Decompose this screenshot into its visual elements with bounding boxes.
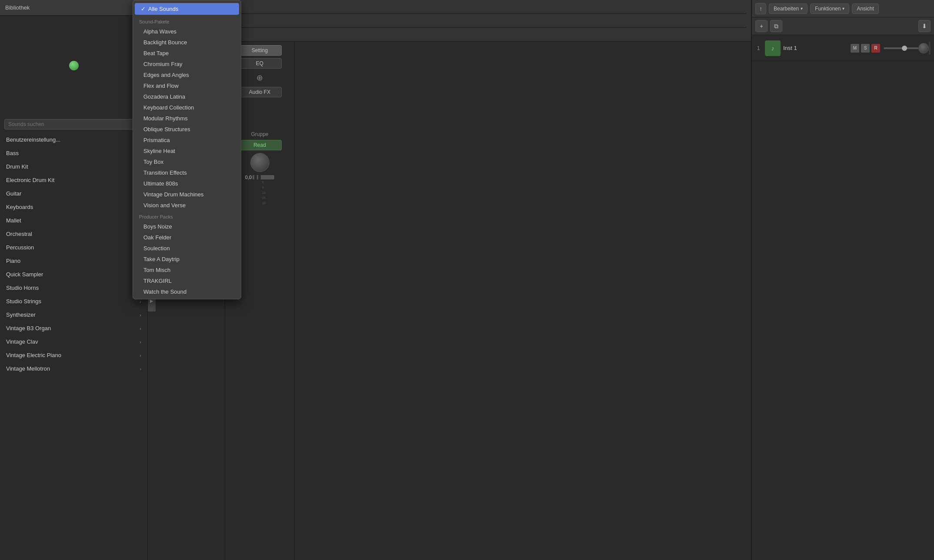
volume-slider[interactable] <box>884 47 918 49</box>
dropdown-item-modular-rhythms[interactable]: Modular Rhythms <box>133 113 241 124</box>
setting-button-2[interactable]: Setting <box>238 45 282 56</box>
channel-strip: Setting EQ MIDI FX Instrument Audio FX S… <box>156 42 751 560</box>
svg-rect-8 <box>254 174 257 209</box>
mute-button[interactable]: M <box>851 44 859 53</box>
dropdown-item-backlight-bounce[interactable]: Backlight Bounce <box>133 37 241 48</box>
dropdown-item-oblique-structures[interactable]: Oblique Structures <box>133 124 241 135</box>
table-row: 1 ♪ Inst 1 M S R <box>752 35 934 61</box>
funktionen-button[interactable]: Funktionen ▾ <box>810 3 849 14</box>
read-button-2[interactable]: Read <box>238 140 282 150</box>
dropdown-item-beat-tape[interactable]: Beat Tape <box>133 48 241 59</box>
track-instrument-icon: ♪ <box>765 40 781 56</box>
track-controls: M S R <box>851 44 880 53</box>
meter-svg-2: 3 6 9 12 15 18 <box>253 174 266 209</box>
dropdown-item-transition-effects[interactable]: Transition Effects <box>133 167 241 178</box>
right-panel: ↑ Bearbeiten ▾ Funktionen ▾ Ansicht + ⧉ … <box>751 0 934 560</box>
dropdown-item-boys-noize[interactable]: Boys Noize <box>133 221 241 232</box>
right-toolbar: ↑ Bearbeiten ▾ Funktionen ▾ Ansicht <box>752 0 934 17</box>
svg-text:15: 15 <box>262 196 266 199</box>
dropdown-item-skyline-heat[interactable]: Skyline Heat <box>133 146 241 156</box>
svg-text:3: 3 <box>262 176 264 179</box>
bearbeiten-label: Bearbeiten <box>774 6 799 12</box>
svg-text:12: 12 <box>262 191 266 194</box>
dropdown-section-producer-packs: Producer Packs <box>133 211 241 221</box>
dropdown-item-prismatica[interactable]: Prismatica <box>133 135 241 146</box>
dropdown-item-oak-felder[interactable]: Oak Felder <box>133 232 241 243</box>
chevron-down-icon: ▾ <box>801 6 803 11</box>
svg-text:9: 9 <box>262 186 264 189</box>
back-button[interactable]: ↑ <box>755 3 766 14</box>
dropdown-menu: ✓ Alle Sounds Sound-Pakete Alpha Waves B… <box>133 0 241 299</box>
dropdown-item-watch-the-sound[interactable]: Watch the Sound <box>133 286 241 297</box>
dropdown-overlay: ✓ Alle Sounds Sound-Pakete Alpha Waves B… <box>0 0 148 560</box>
add-track-button[interactable]: + <box>755 20 768 32</box>
dropdown-item-gozadera-latina[interactable]: Gozadera Latina <box>133 91 241 102</box>
dropdown-item-keyboard-collection[interactable]: Keyboard Collection <box>133 102 241 113</box>
dropdown-item-flex-and-flow[interactable]: Flex and Flow <box>133 80 241 91</box>
dynamic-help-row[interactable]: › Dynamische Hilfe <box>152 0 747 14</box>
bearbeiten-button[interactable]: Bearbeiten ▾ <box>769 3 808 14</box>
volume-knob <box>902 46 907 51</box>
spur-row[interactable]: › Spur: Inst 1 <box>152 28 747 41</box>
meter-area-2: 3 6 9 12 15 18 <box>253 182 266 209</box>
svg-text:6: 6 <box>262 181 264 184</box>
chevron-down-icon: ▾ <box>842 6 844 11</box>
music-note-icon: ♪ <box>771 45 774 52</box>
funktionen-label: Funktionen <box>815 6 841 12</box>
dropdown-section-sound-packages: Sound-Pakete <box>133 16 241 26</box>
link-icon-area: ⊕ <box>256 71 263 84</box>
dropdown-item-chromium-fray[interactable]: Chromium Fray <box>133 59 241 70</box>
dropdown-item-tom-misch[interactable]: Tom Misch <box>133 265 241 275</box>
dropdown-item-vintage-drum-machines[interactable]: Vintage Drum Machines <box>133 189 241 200</box>
volume-knob-2[interactable] <box>250 153 269 172</box>
record-button[interactable]: R <box>871 44 880 53</box>
pan-knob[interactable] <box>918 43 929 53</box>
right-action-bar: + ⧉ ⬇ <box>752 17 934 35</box>
ansicht-button[interactable]: Ansicht <box>852 3 878 14</box>
region-row[interactable]: › Region: MIDI-Standards <box>152 14 747 28</box>
value-num-2: 0,0 <box>245 175 252 180</box>
dropdown-item-take-a-daytrip[interactable]: Take A Daytrip <box>133 254 241 265</box>
track-meter <box>929 42 931 55</box>
eq-button-2[interactable]: EQ <box>238 58 282 69</box>
ansicht-label: Ansicht <box>857 6 874 12</box>
volume-slider-container <box>884 47 918 49</box>
dropdown-alle-sounds[interactable]: ✓ Alle Sounds <box>135 3 239 15</box>
track-name: Inst 1 <box>783 45 851 51</box>
track-number: 1 <box>752 45 765 51</box>
link-icon: ⊕ <box>256 73 263 83</box>
svg-text:18: 18 <box>262 202 266 205</box>
dropdown-item-edges-and-angles[interactable]: Edges and Angles <box>133 70 241 80</box>
dropdown-item-toy-box[interactable]: Toy Box <box>133 156 241 167</box>
checkmark-icon: ✓ <box>141 6 146 12</box>
track-area: 1 ♪ Inst 1 M S R <box>752 35 934 560</box>
copy-track-button[interactable]: ⧉ <box>770 20 782 32</box>
sidebar: Bibliothek Benutzereinstellung... › Bass… <box>0 0 148 560</box>
solo-button[interactable]: S <box>861 44 870 53</box>
dropdown-item-vision-and-verse[interactable]: Vision and Verse <box>133 200 241 211</box>
dropdown-item-ultimate-808s[interactable]: Ultimate 808s <box>133 178 241 189</box>
dropdown-item-alpha-waves[interactable]: Alpha Waves <box>133 26 241 37</box>
gruppe-label-2: Gruppe <box>238 131 282 137</box>
svg-rect-9 <box>258 174 261 209</box>
download-button[interactable]: ⬇ <box>918 20 931 32</box>
audio-fx-button-2[interactable]: Audio FX <box>238 87 282 97</box>
dropdown-item-trakgirl[interactable]: TRAKGIRL <box>133 275 241 286</box>
dropdown-selected-label: Alle Sounds <box>148 6 178 12</box>
dropdown-item-soulection[interactable]: Soulection <box>133 243 241 254</box>
